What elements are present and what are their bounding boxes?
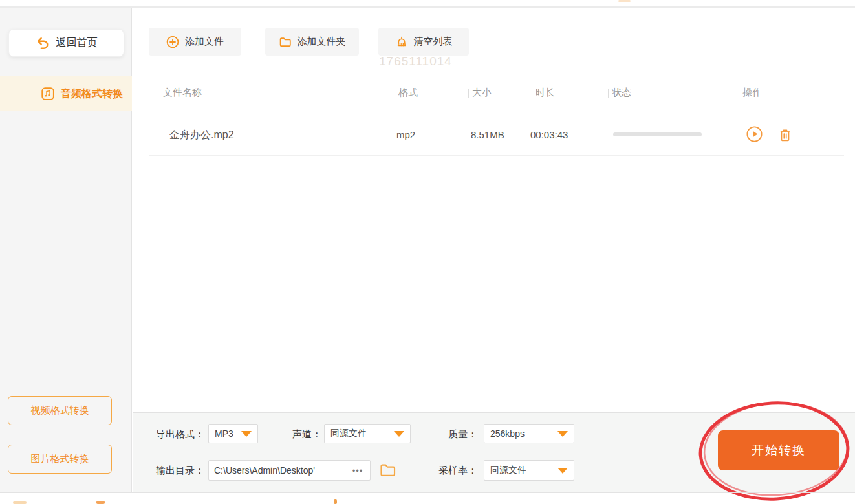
audio-converter-window: 返回首页 音频格式转换 视频格式转换 图片格式转换 添加文件 — [0, 0, 855, 504]
sidebar-item-audio-convert[interactable]: 音频格式转换 — [0, 76, 132, 111]
chevron-down-icon — [241, 431, 252, 437]
add-folder-label: 添加文件夹 — [298, 36, 346, 48]
export-format-label: 导出格式： — [140, 428, 204, 441]
export-format-select[interactable]: MP3 — [208, 424, 258, 443]
start-convert-label: 开始转换 — [752, 442, 806, 459]
play-button[interactable] — [746, 126, 763, 145]
column-header-format: 格式 — [398, 87, 418, 99]
conversion-progress-bar — [613, 132, 702, 136]
watermark-text: 1765111014 — [379, 54, 452, 68]
column-header-filename: 文件名称 — [163, 87, 202, 99]
window-bottom-edge — [0, 492, 855, 493]
channel-value: 同源文件 — [330, 428, 367, 439]
back-home-label: 返回首页 — [56, 36, 98, 50]
delete-icon[interactable] — [777, 127, 793, 145]
channel-label: 声道： — [257, 428, 321, 441]
header-separator — [395, 89, 395, 98]
chevron-down-icon — [557, 431, 568, 437]
sample-rate-value: 同源文件 — [490, 465, 526, 476]
image-convert-label: 图片格式转换 — [31, 453, 89, 465]
quality-label: 质量： — [413, 428, 477, 441]
header-separator — [608, 89, 609, 98]
clear-list-label: 清空列表 — [414, 36, 453, 48]
folder-icon — [279, 36, 292, 48]
output-dir-field[interactable]: C:\Users\Admin\Desktop' ••• — [208, 460, 371, 481]
file-row-size: 8.51MB — [471, 129, 504, 140]
sidebar-item-image-convert[interactable]: 图片格式转换 — [8, 445, 112, 474]
start-convert-button[interactable]: 开始转换 — [718, 430, 839, 470]
undo-arrow-icon — [36, 36, 50, 50]
column-header-actions: 操作 — [742, 87, 762, 99]
output-dir-value: C:\Users\Admin\Desktop' — [209, 461, 345, 480]
file-row-name: 金舟办公.mp2 — [169, 129, 234, 142]
chevron-down-icon — [394, 431, 404, 437]
header-divider — [149, 109, 844, 109]
header-separator — [532, 89, 532, 98]
header-separator — [468, 89, 469, 98]
channel-select[interactable]: 同源文件 — [324, 424, 411, 443]
back-home-button[interactable]: 返回首页 — [8, 29, 124, 57]
add-file-label: 添加文件 — [185, 36, 224, 48]
clear-list-button[interactable]: 清空列表 — [378, 28, 469, 56]
row-divider — [149, 155, 844, 156]
header-separator — [739, 89, 739, 98]
open-output-folder-button[interactable] — [379, 461, 396, 481]
sample-rate-select[interactable]: 同源文件 — [484, 460, 574, 481]
column-header-status: 状态 — [612, 87, 631, 99]
cropped-fragment — [96, 501, 105, 504]
browse-more-button[interactable]: ••• — [345, 461, 370, 480]
chevron-down-icon — [557, 468, 568, 474]
plus-circle-icon — [166, 36, 179, 48]
column-header-duration: 时长 — [536, 87, 555, 99]
output-dir-label: 输出目录： — [140, 465, 204, 477]
cropped-fragment — [13, 501, 27, 504]
video-convert-label: 视频格式转换 — [31, 404, 89, 417]
column-header-size: 大小 — [472, 87, 492, 99]
file-row-format: mp2 — [396, 129, 415, 140]
sidebar-item-video-convert[interactable]: 视频格式转换 — [8, 396, 112, 425]
quality-select[interactable]: 256kbps — [484, 424, 574, 443]
quality-value: 256kbps — [490, 428, 525, 439]
add-file-button[interactable]: 添加文件 — [149, 28, 241, 56]
add-folder-button[interactable]: 添加文件夹 — [265, 28, 359, 56]
music-note-icon — [41, 87, 54, 100]
file-row-duration: 00:03:43 — [530, 129, 568, 140]
sample-rate-label: 采样率： — [413, 465, 477, 477]
broom-icon — [395, 36, 408, 48]
export-format-value: MP3 — [215, 428, 233, 439]
cropped-fragment — [618, 0, 631, 2]
cropped-fragment — [334, 499, 337, 504]
sidebar-item-audio-label: 音频格式转换 — [61, 87, 123, 101]
